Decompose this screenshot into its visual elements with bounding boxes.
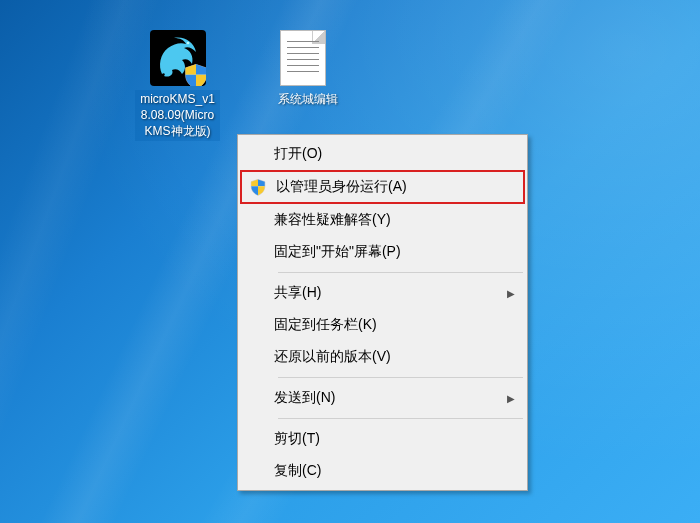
highlight-annotation: 以管理员身份运行(A) bbox=[240, 170, 525, 204]
menu-separator bbox=[278, 418, 523, 419]
menu-item-icon-empty bbox=[246, 315, 266, 335]
desktop-icon-microkms[interactable]: microKMS_v18.08.09(MicroKMS神龙版) bbox=[135, 30, 220, 141]
desktop-icon-label: 系统城编辑 bbox=[276, 90, 340, 108]
menu-item-send-to[interactable]: 发送到(N) ▶ bbox=[240, 382, 525, 414]
svg-point-0 bbox=[186, 42, 189, 45]
submenu-arrow-icon: ▶ bbox=[503, 393, 515, 404]
menu-item-icon-empty bbox=[246, 347, 266, 367]
app-icon bbox=[150, 30, 206, 86]
menu-item-copy[interactable]: 复制(C) bbox=[240, 455, 525, 487]
menu-item-icon-empty bbox=[246, 242, 266, 262]
menu-item-icon-empty bbox=[246, 429, 266, 449]
menu-item-share[interactable]: 共享(H) ▶ bbox=[240, 277, 525, 309]
menu-item-label: 兼容性疑难解答(Y) bbox=[274, 211, 515, 229]
file-icon bbox=[280, 30, 336, 86]
menu-item-label: 还原以前的版本(V) bbox=[274, 348, 515, 366]
context-menu: 打开(O) 以管理员身份运行(A) 兼容性疑难解答(Y) 固定到"开始"屏幕(P… bbox=[237, 134, 528, 491]
menu-item-icon-empty bbox=[246, 144, 266, 164]
menu-item-label: 发送到(N) bbox=[274, 389, 495, 407]
menu-item-label: 固定到"开始"屏幕(P) bbox=[274, 243, 515, 261]
menu-item-restore-previous[interactable]: 还原以前的版本(V) bbox=[240, 341, 525, 373]
menu-item-label: 共享(H) bbox=[274, 284, 495, 302]
menu-item-icon-empty bbox=[246, 388, 266, 408]
uac-shield-icon bbox=[248, 177, 268, 197]
menu-item-icon-empty bbox=[246, 283, 266, 303]
menu-item-label: 打开(O) bbox=[274, 145, 515, 163]
menu-item-label: 以管理员身份运行(A) bbox=[276, 178, 513, 196]
menu-item-cut[interactable]: 剪切(T) bbox=[240, 423, 525, 455]
menu-separator bbox=[278, 377, 523, 378]
menu-item-label: 剪切(T) bbox=[274, 430, 515, 448]
submenu-arrow-icon: ▶ bbox=[503, 288, 515, 299]
menu-item-pin-start[interactable]: 固定到"开始"屏幕(P) bbox=[240, 236, 525, 268]
menu-item-label: 固定到任务栏(K) bbox=[274, 316, 515, 334]
menu-separator bbox=[278, 272, 523, 273]
uac-shield-icon bbox=[182, 62, 206, 86]
text-document-icon bbox=[280, 30, 326, 86]
menu-item-icon-empty bbox=[246, 461, 266, 481]
menu-item-compat-troubleshoot[interactable]: 兼容性疑难解答(Y) bbox=[240, 204, 525, 236]
menu-item-label: 复制(C) bbox=[274, 462, 515, 480]
desktop-icon-textfile[interactable]: 系统城编辑 bbox=[265, 30, 350, 108]
desktop-icon-label: microKMS_v18.08.09(MicroKMS神龙版) bbox=[135, 90, 220, 141]
menu-item-icon-empty bbox=[246, 210, 266, 230]
menu-item-run-as-admin[interactable]: 以管理员身份运行(A) bbox=[242, 172, 523, 202]
menu-item-open[interactable]: 打开(O) bbox=[240, 138, 525, 170]
menu-item-pin-taskbar[interactable]: 固定到任务栏(K) bbox=[240, 309, 525, 341]
